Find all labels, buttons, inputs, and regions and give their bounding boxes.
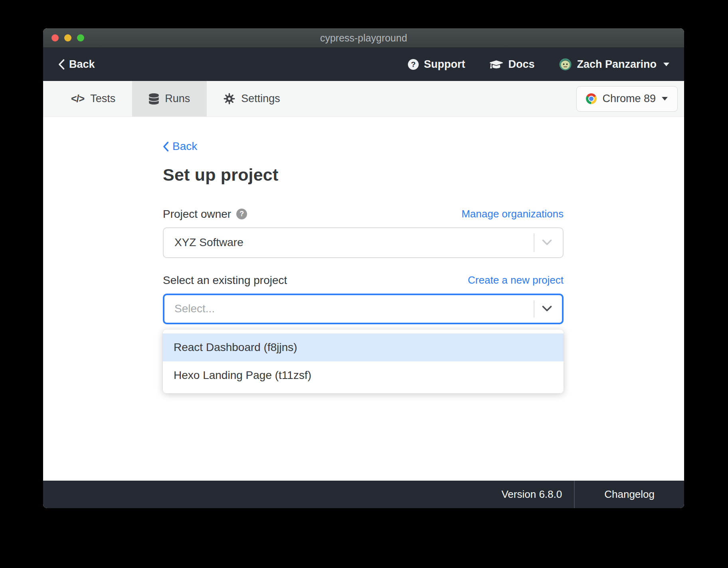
database-icon	[149, 93, 159, 105]
tab-settings[interactable]: Settings	[207, 81, 297, 116]
tab-settings-label: Settings	[241, 93, 280, 105]
project-options-menu: React Dashboard (f8jjns) Hexo Landing Pa…	[163, 329, 564, 393]
chrome-icon	[586, 93, 597, 104]
back-link-label: Back	[172, 140, 197, 153]
user-menu-button[interactable]: Zach Panzarino	[559, 58, 670, 71]
project-owner-select[interactable]: XYZ Software	[163, 227, 564, 258]
existing-project-placeholder: Select...	[174, 302, 215, 315]
chevron-left-icon	[163, 142, 169, 152]
select-divider	[534, 300, 534, 318]
app-footer: Version 6.8.0 Changelog	[43, 481, 684, 508]
titlebar: cypress-playground	[43, 28, 684, 48]
code-icon: </>	[71, 93, 84, 105]
nav-back-label: Back	[69, 58, 95, 71]
gear-icon	[224, 93, 235, 105]
graduation-cap-icon	[490, 59, 503, 70]
back-link[interactable]: Back	[163, 140, 197, 153]
window-title: cypress-playground	[320, 32, 407, 44]
chevron-down-icon	[542, 306, 552, 312]
project-owner-value: XYZ Software	[174, 236, 243, 249]
caret-down-icon	[661, 97, 668, 101]
page-title: Set up project	[163, 165, 564, 185]
app-navbar: Back ? Support Docs	[43, 48, 684, 81]
caret-down-icon	[663, 62, 670, 67]
manage-organizations-link[interactable]: Manage organizations	[461, 208, 564, 220]
browser-select[interactable]: Chrome 89	[576, 86, 678, 112]
create-new-project-link[interactable]: Create a new project	[468, 274, 564, 286]
tab-tests-label: Tests	[90, 93, 115, 105]
main-panel: Back Set up project Project owner ? Mana…	[43, 117, 684, 481]
minimize-window-button[interactable]	[64, 34, 71, 41]
zombie-avatar	[559, 58, 572, 71]
question-circle-icon: ?	[408, 59, 419, 70]
nav-back-button[interactable]: Back	[58, 58, 95, 71]
chevron-left-icon	[58, 59, 65, 70]
help-circle-icon[interactable]: ?	[236, 209, 247, 219]
changelog-button[interactable]: Changelog	[575, 481, 684, 508]
option-hexo-landing-page[interactable]: Hexo Landing Page (t11zsf)	[163, 361, 564, 389]
support-label: Support	[424, 58, 465, 71]
tab-runs[interactable]: Runs	[132, 81, 207, 116]
app-window: cypress-playground Back ? Support Docs	[43, 28, 684, 508]
version-label: Version 6.8.0	[501, 488, 562, 501]
user-name-label: Zach Panzarino	[577, 58, 657, 71]
tab-bar: </> Tests Runs	[43, 81, 684, 117]
option-react-dashboard[interactable]: React Dashboard (f8jjns)	[163, 333, 564, 361]
traffic-lights	[51, 28, 84, 47]
close-window-button[interactable]	[51, 34, 59, 41]
browser-label: Chrome 89	[602, 93, 656, 105]
select-divider	[534, 233, 534, 252]
project-owner-label-text: Project owner	[163, 208, 231, 221]
existing-project-label: Select an existing project	[163, 274, 287, 287]
changelog-label: Changelog	[604, 488, 655, 501]
existing-project-select[interactable]: Select...	[163, 294, 564, 324]
chevron-down-icon	[542, 239, 552, 246]
tab-tests[interactable]: </> Tests	[54, 81, 132, 116]
project-owner-label: Project owner ?	[163, 208, 247, 221]
navbar-right: ? Support Docs	[408, 58, 670, 71]
zoom-window-button[interactable]	[77, 34, 84, 41]
support-button[interactable]: ? Support	[408, 58, 465, 71]
docs-button[interactable]: Docs	[490, 58, 534, 71]
docs-label: Docs	[508, 58, 534, 71]
tab-runs-label: Runs	[165, 93, 190, 105]
